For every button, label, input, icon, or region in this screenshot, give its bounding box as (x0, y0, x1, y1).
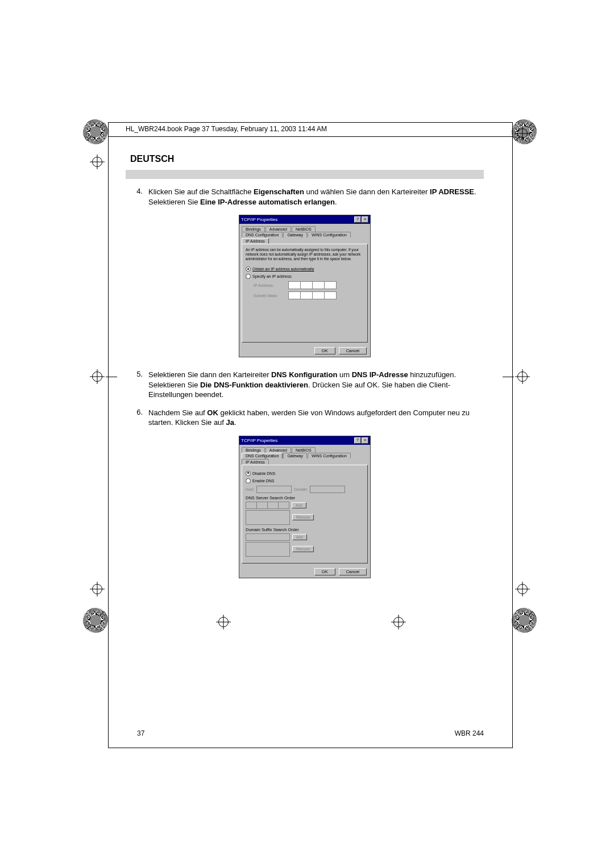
cancel-button[interactable]: Cancel (339, 347, 367, 354)
cancel-button[interactable]: Cancel (339, 568, 367, 575)
section-bar (126, 170, 484, 179)
registration-mark-icon (515, 582, 530, 596)
registration-mark-icon (515, 126, 530, 141)
steps-list: 4. Klicken Sie auf die Schaltfläche Eige… (126, 187, 484, 207)
registration-mark-icon (90, 155, 105, 169)
page-frame: HL_WBR244.book Page 37 Tuesday, February… (108, 122, 513, 748)
subnet-row: Subnet Mask: (254, 291, 364, 299)
radio-specify[interactable]: Specify an IP address: (246, 274, 364, 279)
radio-icon (246, 471, 251, 476)
dialog-buttons: OK Cancel (239, 345, 370, 357)
tab-row-2: DNS Configuration Gateway WINS Configura… (239, 232, 370, 244)
suffix-label: Domain Suffix Search Order (246, 527, 364, 532)
radio-icon (246, 274, 251, 279)
tab-ipaddress[interactable]: IP Address (242, 238, 269, 244)
page-footer: 37 WBR 244 (137, 729, 484, 737)
panel-description: An IP address can be automatically assig… (246, 248, 364, 261)
dialog-titlebar: TCP/IP Properties ? × (239, 436, 370, 445)
help-icon[interactable]: ? (354, 437, 361, 444)
ip-address-row: IP Address: (254, 281, 364, 289)
running-header: HL_WBR244.book Page 37 Tuesday, February… (109, 123, 512, 137)
tab-row: Bindings Advanced NetBIOS (239, 445, 370, 453)
tab-dns[interactable]: DNS Configuration (242, 453, 283, 458)
registration-mark-icon (515, 369, 530, 384)
add-button[interactable]: Add (292, 534, 307, 540)
add-button[interactable]: Add (292, 502, 306, 508)
step-4: 4. Klicken Sie auf die Schaltfläche Eige… (126, 187, 484, 207)
tcpip-properties-dialog: TCP/IP Properties ? × Bindings Advanced … (239, 215, 371, 357)
host-domain-row: Host: Domain: (246, 486, 364, 493)
tab-panel: An IP address can be automatically assig… (242, 244, 368, 343)
tab-ipaddress[interactable]: IP Address (242, 459, 269, 465)
tab-gateway[interactable]: Gateway (283, 453, 307, 458)
dialog-screenshot-1: TCP/IP Properties ? × Bindings Advanced … (126, 215, 484, 357)
dns-ip-input[interactable] (246, 502, 289, 509)
section-title: DEUTSCH (130, 154, 484, 164)
dialog-screenshot-2: TCP/IP Properties ? × Bindings Advanced … (126, 436, 484, 578)
radio-icon (246, 266, 251, 272)
tab-wins[interactable]: WINS Configuration (308, 232, 351, 237)
ip-input[interactable] (288, 281, 337, 289)
model-number: WBR 244 (455, 729, 484, 737)
step-6: 6. Nachdem Sie auf OK geklickt haben, we… (126, 408, 484, 428)
tab-bindings[interactable]: Bindings (242, 447, 265, 453)
mask-input[interactable] (288, 291, 337, 299)
dialog-titlebar: TCP/IP Properties ? × (239, 215, 370, 224)
host-label: Host: (246, 487, 254, 491)
host-input[interactable] (256, 486, 292, 493)
domain-input[interactable] (310, 486, 345, 493)
step-text: Selektieren Sie dann den Karteireiter DN… (148, 370, 484, 400)
step-number: 4. (126, 187, 148, 207)
registration-mark-icon (90, 582, 105, 596)
tab-netbios[interactable]: NetBIOS (292, 447, 316, 453)
step-5: 5. Selektieren Sie dann den Karteireiter… (126, 370, 484, 400)
dialog-title: TCP/IP Properties (241, 438, 277, 443)
tab-row: Bindings Advanced NetBIOS (239, 224, 370, 232)
close-icon[interactable]: × (362, 216, 368, 223)
tab-netbios[interactable]: NetBIOS (292, 226, 316, 232)
ok-button[interactable]: OK (314, 347, 335, 354)
ok-button[interactable]: OK (314, 568, 335, 575)
step-number: 5. (126, 370, 148, 400)
window-buttons: ? × (354, 216, 368, 223)
suffix-list[interactable] (246, 542, 290, 557)
tab-bindings[interactable]: Bindings (242, 226, 265, 232)
radio-disable-dns[interactable]: Disable DNS (246, 471, 364, 476)
step-text: Nachdem Sie auf OK geklickt haben, werde… (148, 408, 484, 428)
step-text: Klicken Sie auf die Schaltfläche Eigensc… (148, 187, 484, 207)
rosette-icon (83, 119, 108, 144)
page-number: 37 (137, 729, 144, 737)
suffix-input[interactable] (246, 533, 290, 541)
tab-dns[interactable]: DNS Configuration (242, 232, 283, 237)
tab-panel: Disable DNS Enable DNS Host: Domain: DNS… (242, 465, 368, 564)
rosette-icon (83, 608, 108, 633)
tab-advanced[interactable]: Advanced (265, 447, 291, 453)
tcpip-properties-dialog-dns: TCP/IP Properties ? × Bindings Advanced … (239, 436, 371, 578)
dialog-title: TCP/IP Properties (241, 217, 277, 222)
rosette-icon (512, 608, 537, 633)
tab-row-2: DNS Configuration Gateway WINS Configura… (239, 453, 370, 465)
dns-list[interactable] (246, 510, 290, 525)
mask-label: Subnet Mask: (254, 294, 285, 298)
page-content: DEUTSCH 4. Klicken Sie auf die Schaltflä… (109, 154, 512, 578)
dns-search-label: DNS Server Search Order (246, 495, 364, 500)
suffix-search-order-group: Domain Suffix Search Order Add Remove (246, 527, 364, 557)
remove-button[interactable]: Remove (292, 514, 314, 520)
tab-wins[interactable]: WINS Configuration (308, 453, 351, 458)
dialog-buttons: OK Cancel (239, 566, 370, 578)
radio-icon (246, 478, 251, 483)
tab-advanced[interactable]: Advanced (265, 226, 291, 232)
window-buttons: ? × (354, 437, 368, 444)
steps-list: 5. Selektieren Sie dann den Karteireiter… (126, 370, 484, 428)
help-icon[interactable]: ? (354, 216, 361, 223)
close-icon[interactable]: × (362, 437, 368, 444)
dns-search-order-group: DNS Server Search Order Add Remove (246, 495, 364, 525)
radio-enable-dns[interactable]: Enable DNS (246, 478, 364, 483)
tab-gateway[interactable]: Gateway (283, 232, 307, 237)
domain-label: Domain: (294, 487, 308, 491)
registration-mark-icon (90, 369, 105, 384)
radio-obtain-auto[interactable]: Obtain an IP address automatically (246, 266, 364, 272)
remove-button[interactable]: Remove (292, 546, 314, 552)
step-number: 6. (126, 408, 148, 428)
ip-label: IP Address: (254, 283, 285, 287)
